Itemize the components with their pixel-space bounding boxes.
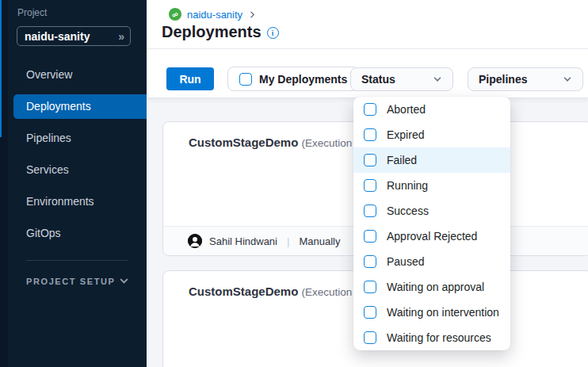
project-setup-label: PROJECT SETUP [26, 277, 116, 286]
sidebar-item-gitops[interactable]: GitOps [0, 217, 147, 249]
chevron-down-icon [563, 75, 572, 84]
sidebar-item-label: Environments [26, 195, 94, 208]
pipelines-filter-dropdown[interactable]: Pipelines [468, 67, 583, 91]
pipeline-name: CustomStageDemo [189, 285, 298, 298]
breadcrumb: ∞ naidu-sanity [169, 8, 257, 21]
status-option-label: Approval Rejected [387, 230, 477, 243]
project-label: Project [17, 7, 47, 18]
sidebar-item-services[interactable]: Services [0, 154, 147, 185]
sidebar-item-label: GitOps [26, 227, 61, 239]
toolbar: Run My Deployments Status Pipelines [147, 49, 588, 98]
title-row: Deployments i [162, 23, 279, 41]
my-deployments-toggle[interactable]: My Deployments [227, 67, 359, 91]
pipelines-filter-label: Pipelines [479, 73, 527, 86]
status-option-label: Running [387, 179, 428, 192]
sidebar-item-label: Overview [26, 68, 72, 81]
status-checkbox[interactable] [364, 306, 376, 319]
pipeline-name: CustomStageDemo [189, 136, 298, 149]
status-option-label: Waiting for resources [387, 331, 491, 344]
sidebar-item-label: Services [26, 163, 69, 176]
status-option-label: Aborted [387, 103, 426, 116]
status-checkbox[interactable] [364, 281, 376, 293]
status-option-waiting-for-resources[interactable]: Waiting for resources [353, 325, 510, 350]
infinity-glyph: ∞ [170, 9, 180, 19]
status-filter-label: Status [361, 73, 395, 86]
project-setup-toggle[interactable]: PROJECT SETUP [26, 276, 129, 286]
sidebar-item-label: Deployments [26, 100, 91, 113]
status-option-expired[interactable]: Expired [353, 122, 510, 147]
info-icon[interactable]: i [267, 27, 279, 39]
status-checkbox[interactable] [364, 154, 376, 166]
status-checkbox[interactable] [364, 205, 376, 217]
my-deployments-label: My Deployments [259, 73, 347, 86]
status-option-label: Waiting on approval [387, 281, 484, 293]
status-checkbox[interactable] [364, 128, 376, 141]
status-option-paused[interactable]: Paused [353, 249, 510, 274]
status-option-aborted[interactable]: Aborted [353, 97, 510, 122]
status-option-waiting-on-intervention[interactable]: Waiting on intervention [353, 300, 510, 325]
status-option-success[interactable]: Success [353, 198, 510, 224]
status-option-label: Expired [387, 128, 424, 141]
user-avatar-icon [188, 234, 202, 248]
sidebar: Project naidu-sanity » Overview Deployme… [0, 0, 147, 367]
sidebar-item-environments[interactable]: Environments [0, 185, 147, 217]
sidebar-item-overview[interactable]: Overview [0, 59, 147, 90]
status-option-label: Waiting on intervention [387, 306, 499, 319]
status-option-label: Paused [387, 255, 424, 268]
run-button[interactable]: Run [166, 67, 214, 90]
triggered-by-user: Sahil Hindwani [209, 235, 277, 247]
status-filter-menu: Aborted Expired Failed Running Success A… [353, 97, 510, 350]
my-deployments-checkbox[interactable] [239, 73, 252, 86]
project-selector-value: naidu-sanity [25, 30, 90, 43]
footer-separator: | [287, 235, 289, 247]
page-header: ∞ naidu-sanity Deployments i [147, 0, 588, 49]
status-option-running[interactable]: Running [353, 173, 510, 198]
cd-module-icon: ∞ [169, 8, 181, 21]
status-checkbox[interactable] [364, 103, 376, 116]
status-option-label: Success [387, 205, 429, 217]
status-checkbox[interactable] [364, 179, 376, 192]
project-selector[interactable]: naidu-sanity » [17, 26, 131, 46]
chevron-right-icon [248, 10, 257, 19]
status-option-label: Failed [387, 154, 417, 166]
status-option-failed[interactable]: Failed [353, 147, 510, 173]
sidebar-item-pipelines[interactable]: Pipelines [0, 122, 147, 154]
double-chevron-right-icon[interactable]: » [118, 31, 123, 42]
chevron-down-icon [119, 276, 129, 286]
breadcrumb-project-link[interactable]: naidu-sanity [187, 9, 242, 21]
sidebar-divider [26, 260, 128, 261]
status-checkbox[interactable] [364, 331, 376, 344]
page-title: Deployments [162, 23, 262, 41]
sidebar-nav: Overview Deployments Pipelines Services … [0, 59, 147, 249]
main-area: ∞ naidu-sanity Deployments i Run My Depl… [147, 0, 588, 367]
status-option-waiting-on-approval[interactable]: Waiting on approval [353, 274, 510, 300]
chevron-down-icon [433, 75, 442, 84]
status-filter-dropdown[interactable]: Status [350, 67, 453, 91]
trigger-type: Manually [299, 235, 340, 247]
sidebar-item-label: Pipelines [26, 132, 71, 144]
status-checkbox[interactable] [364, 255, 376, 268]
status-option-approval-rejected[interactable]: Approval Rejected [353, 224, 510, 249]
sidebar-item-deployments[interactable]: Deployments [13, 94, 147, 119]
status-checkbox[interactable] [364, 230, 376, 243]
